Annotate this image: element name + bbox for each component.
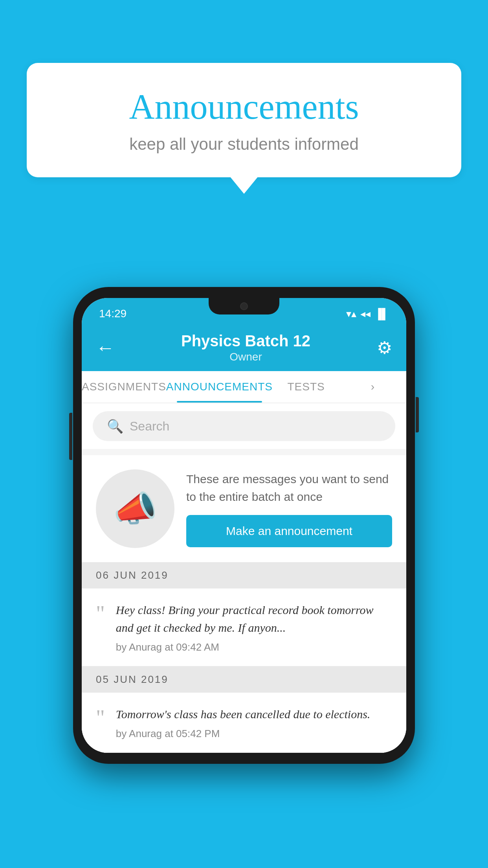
promo-content: These are messages you want to send to t… (186, 470, 392, 547)
announcement-item-1[interactable]: " Hey class! Bring your practical record… (82, 588, 406, 666)
quote-icon-2: " (96, 707, 105, 729)
announcement-text-1: Hey class! Bring your practical record b… (116, 601, 392, 636)
bubble-title: Announcements (58, 86, 430, 127)
search-icon: 🔍 (107, 418, 123, 434)
volume-button (69, 413, 72, 460)
announcement-item-2[interactable]: " Tomorrow's class has been cancelled du… (82, 693, 406, 753)
announcement-meta-2: by Anurag at 05:42 PM (116, 728, 392, 740)
tab-assignments[interactable]: ASSIGNMENTS (82, 371, 166, 403)
phone-screen: 14:29 ▾▴ ◂◂ ▐▌ ← Physics Batch 12 Owner … (82, 298, 406, 753)
content-area: 🔍 Search 📣 These are messages you want t… (82, 403, 406, 753)
app-bar-title-group: Physics Batch 12 Owner (181, 332, 310, 363)
promo-box: 📣 These are messages you want to send to… (82, 455, 406, 562)
back-button[interactable]: ← (96, 337, 115, 359)
app-bar: ← Physics Batch 12 Owner ⚙ (82, 324, 406, 371)
announcement-text-2: Tomorrow's class has been cancelled due … (116, 705, 392, 723)
announcement-meta-1: by Anurag at 09:42 AM (116, 641, 392, 653)
tab-announcements[interactable]: ANNOUNCEMENTS (166, 371, 273, 403)
phone-body: 14:29 ▾▴ ◂◂ ▐▌ ← Physics Batch 12 Owner … (73, 287, 415, 764)
tab-tests[interactable]: TESTS (273, 371, 339, 403)
status-time: 14:29 (99, 307, 127, 320)
announcement-content-2: Tomorrow's class has been cancelled due … (116, 705, 392, 740)
speech-bubble-arrow (230, 177, 258, 194)
make-announcement-button[interactable]: Make an announcement (186, 515, 392, 547)
phone-notch (209, 298, 279, 314)
phone-mockup: 14:29 ▾▴ ◂◂ ▐▌ ← Physics Batch 12 Owner … (73, 287, 415, 764)
date-divider-2: 05 JUN 2019 (82, 666, 406, 693)
tab-more[interactable]: › (339, 371, 406, 403)
search-bar-container: 🔍 Search (82, 403, 406, 449)
speech-bubble-section: Announcements keep all your students inf… (27, 63, 461, 194)
promo-description: These are messages you want to send to t… (186, 470, 392, 506)
tabs-bar: ASSIGNMENTS ANNOUNCEMENTS TESTS › (82, 371, 406, 403)
promo-icon-circle: 📣 (96, 469, 174, 548)
battery-icon: ▐▌ (374, 308, 389, 320)
wifi-icon: ▾▴ (346, 308, 356, 320)
speech-bubble-card: Announcements keep all your students inf… (27, 63, 461, 177)
camera (240, 302, 248, 310)
bubble-subtitle: keep all your students informed (58, 135, 430, 154)
signal-icon: ◂◂ (360, 308, 371, 320)
announcement-content-1: Hey class! Bring your practical record b… (116, 601, 392, 653)
settings-icon[interactable]: ⚙ (377, 338, 392, 358)
app-bar-title: Physics Batch 12 (181, 332, 310, 350)
quote-icon-1: " (96, 603, 105, 625)
app-bar-subtitle: Owner (181, 351, 310, 363)
search-placeholder: Search (130, 419, 169, 434)
power-button (416, 397, 419, 432)
megaphone-icon: 📣 (113, 488, 157, 530)
search-bar[interactable]: 🔍 Search (93, 411, 395, 441)
date-divider-1: 06 JUN 2019 (82, 562, 406, 588)
status-icons: ▾▴ ◂◂ ▐▌ (346, 308, 389, 320)
